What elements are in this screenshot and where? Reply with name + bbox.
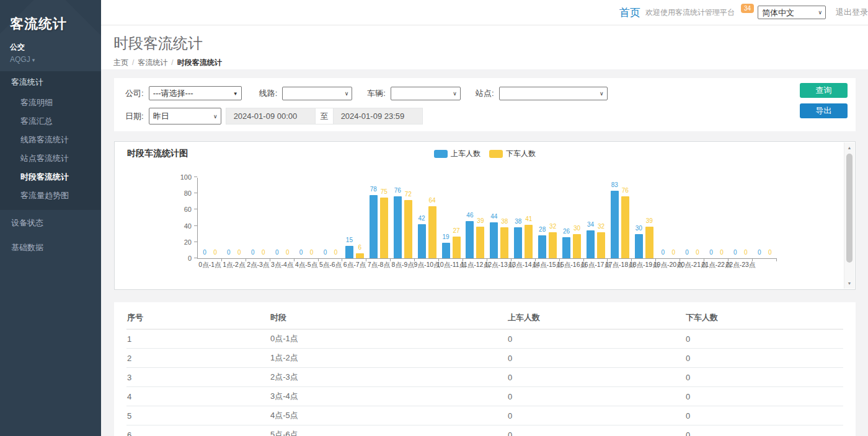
line-select-wrap: ∨ bbox=[282, 87, 352, 100]
table-row: 65点-6点00 bbox=[126, 425, 843, 436]
sidebar-nav: 客流统计客流明细客流汇总线路客流统计站点客流统计时段客流统计客流量趋势图设备状态… bbox=[0, 71, 101, 259]
home-link[interactable]: 首页 bbox=[619, 6, 640, 20]
bar-value-label: 0 bbox=[262, 249, 265, 256]
table-cell: 0 bbox=[685, 406, 843, 425]
page-heading: 时段客流统计 主页/客流统计/时段客流统计 bbox=[101, 25, 868, 69]
bar-下车人数[interactable]: 27 bbox=[453, 237, 461, 258]
language-select[interactable]: 简体中文 bbox=[758, 6, 826, 19]
bar-group: 000点-1点 bbox=[198, 178, 222, 258]
sidebar-section-base-data: 基础数据 bbox=[0, 236, 101, 259]
x-axis-label: 8点-9点 bbox=[392, 261, 414, 269]
y-axis-tick bbox=[194, 242, 197, 242]
date-preset-wrap: 昨日 ∨ bbox=[149, 108, 221, 124]
bar-value-label: 38 bbox=[501, 218, 508, 225]
bar-value-label: 32 bbox=[598, 223, 604, 230]
scrollbar-thumb[interactable] bbox=[846, 154, 852, 263]
breadcrumb-home[interactable]: 主页 bbox=[113, 58, 128, 67]
bar-上车人数[interactable]: 38 bbox=[514, 227, 522, 258]
bar-下车人数[interactable]: 38 bbox=[500, 227, 508, 258]
legend-item[interactable]: 下车人数 bbox=[489, 149, 536, 159]
bar-上车人数[interactable]: 78 bbox=[370, 195, 378, 258]
bar-value-label: 32 bbox=[549, 223, 556, 230]
sidebar-item-station-passenger-stats[interactable]: 站点客流统计 bbox=[0, 149, 101, 168]
bar-上车人数[interactable]: 34 bbox=[587, 230, 595, 258]
sidebar: 客流统计 公交 AQGJ▾ 客流统计客流明细客流汇总线路客流统计站点客流统计时段… bbox=[0, 0, 101, 436]
bar-value-label: 76 bbox=[394, 187, 401, 194]
station-select[interactable] bbox=[499, 87, 608, 100]
sidebar-item-passenger-trend-chart[interactable]: 客流量趋势图 bbox=[0, 186, 101, 205]
station-select-wrap: ∨ bbox=[499, 87, 608, 100]
export-button[interactable]: 导出 bbox=[800, 103, 848, 118]
bar-group: 463911点-12点 bbox=[463, 178, 487, 258]
bar-group: 003点-4点 bbox=[270, 178, 294, 258]
bar-上车人数[interactable]: 42 bbox=[418, 224, 426, 258]
breadcrumb-separator: / bbox=[132, 58, 134, 67]
bar-上车人数[interactable]: 44 bbox=[490, 222, 498, 258]
bar-下车人数[interactable]: 41 bbox=[525, 225, 533, 258]
table-cell: 0 bbox=[685, 387, 843, 406]
line-select[interactable] bbox=[282, 87, 352, 100]
sidebar-item-period-passenger-stats[interactable]: 时段客流统计 bbox=[0, 168, 101, 186]
bar-上车人数[interactable]: 28 bbox=[538, 235, 546, 258]
y-axis-label: 20 bbox=[184, 238, 192, 246]
scroll-down-icon[interactable]: ▼ bbox=[844, 279, 854, 288]
bar-下车人数[interactable]: 39 bbox=[645, 227, 653, 258]
date-from-input[interactable] bbox=[226, 108, 316, 124]
bar-上车人数[interactable]: 83 bbox=[611, 191, 619, 258]
bar-下车人数[interactable]: 6 bbox=[356, 253, 364, 258]
user-menu[interactable]: AQGJ▾ bbox=[10, 55, 91, 64]
chart-scrollbar[interactable]: ▲ ▼ bbox=[844, 142, 854, 289]
bar-下车人数[interactable]: 39 bbox=[476, 227, 484, 258]
bar-上车人数[interactable]: 46 bbox=[466, 221, 474, 258]
x-axis-label: 7点-8点 bbox=[368, 261, 390, 269]
query-button[interactable]: 查询 bbox=[800, 83, 848, 98]
bar-上车人数[interactable]: 19 bbox=[442, 243, 450, 258]
table-cell: 0 bbox=[507, 387, 685, 406]
bar-上车人数[interactable]: 76 bbox=[394, 196, 402, 258]
bar-group: 283214点-15点 bbox=[536, 178, 560, 258]
bar-group: 263015点-16点 bbox=[560, 178, 584, 258]
bar-下车人数[interactable]: 72 bbox=[404, 200, 412, 258]
bar-group: 76728点-9点 bbox=[391, 178, 415, 258]
date-preset-select[interactable]: 昨日 bbox=[149, 108, 221, 124]
topbar: 首页 欢迎使用客流统计管理平台 34 简体中文 ∨ 退出登录 bbox=[101, 0, 868, 25]
legend-item[interactable]: 上车人数 bbox=[434, 149, 480, 159]
sidebar-item-passenger-detail[interactable]: 客流明细 bbox=[0, 94, 101, 112]
breadcrumb-section[interactable]: 客流统计 bbox=[138, 58, 167, 67]
scroll-up-icon[interactable]: ▲ bbox=[844, 143, 854, 152]
bar-下车人数[interactable]: 30 bbox=[573, 234, 581, 258]
table-header-cell: 序号 bbox=[126, 307, 270, 329]
bar-上车人数[interactable]: 26 bbox=[562, 237, 570, 258]
y-axis-tick bbox=[194, 193, 197, 193]
app-title: 客流统计 bbox=[10, 15, 91, 33]
table-panel: 序号时段上车人数下车人数 10点-1点0021点-2点0032点-3点0043点… bbox=[114, 302, 856, 436]
bar-上车人数[interactable]: 15 bbox=[345, 246, 353, 258]
table-cell: 0 bbox=[685, 349, 843, 368]
main-area: 首页 欢迎使用客流统计管理平台 34 简体中文 ∨ 退出登录 时段客流统计 主页… bbox=[101, 0, 868, 436]
logout-link[interactable]: 退出登录 bbox=[836, 7, 868, 18]
sidebar-item-line-passenger-stats[interactable]: 线路客流统计 bbox=[0, 131, 101, 149]
date-to-input[interactable] bbox=[333, 108, 423, 124]
table-cell: 3点-4点 bbox=[270, 387, 507, 406]
bar-value-label: 0 bbox=[237, 249, 241, 256]
table-header-cell: 下车人数 bbox=[685, 307, 843, 329]
bar-value-label: 0 bbox=[213, 249, 217, 256]
sidebar-header-device-status[interactable]: 设备状态 bbox=[0, 211, 101, 235]
notification-badge[interactable]: 34 bbox=[741, 4, 754, 13]
bar-下车人数[interactable]: 76 bbox=[621, 196, 629, 258]
bar-value-label: 0 bbox=[709, 249, 713, 256]
sidebar-header-passenger-stats[interactable]: 客流统计 bbox=[0, 71, 101, 94]
bar-下车人数[interactable]: 75 bbox=[380, 198, 388, 258]
bar-上车人数[interactable]: 30 bbox=[635, 234, 643, 258]
bar-下车人数[interactable]: 32 bbox=[597, 232, 605, 258]
brand-area: 客流统计 公交 AQGJ▾ bbox=[0, 0, 101, 71]
sidebar-header-base-data[interactable]: 基础数据 bbox=[0, 236, 101, 259]
bar-group: 0019点-20点 bbox=[656, 178, 680, 258]
sidebar-section-passenger-stats: 客流统计客流明细客流汇总线路客流统计站点客流统计时段客流统计客流量趋势图 bbox=[0, 71, 101, 210]
content: 公司: ---请选择--- ▼ 线路: ∨ 车辆: ∨ 站点: bbox=[101, 69, 868, 436]
bar-下车人数[interactable]: 32 bbox=[549, 232, 557, 258]
bar-下车人数[interactable]: 64 bbox=[428, 206, 436, 258]
company-select[interactable]: ---请选择--- bbox=[149, 86, 242, 100]
vehicle-select[interactable] bbox=[391, 87, 461, 100]
sidebar-item-passenger-summary[interactable]: 客流汇总 bbox=[0, 112, 101, 131]
